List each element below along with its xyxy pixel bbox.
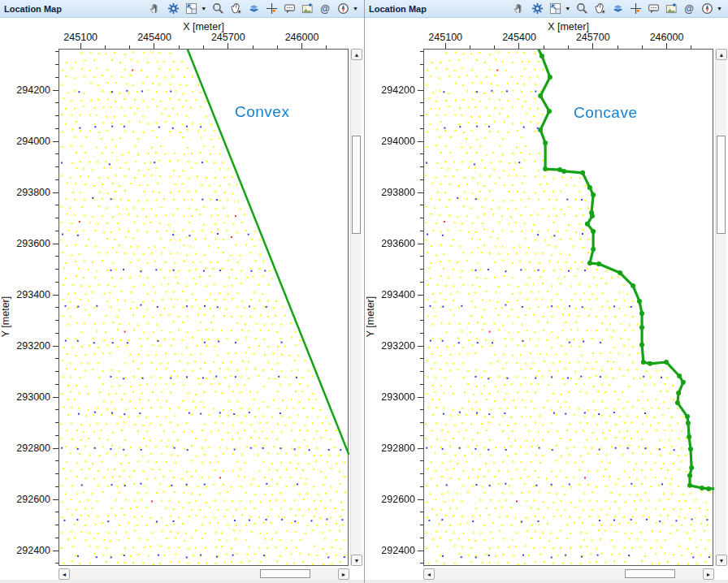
layers-icon[interactable] (247, 2, 260, 15)
select-mouse-icon[interactable] (593, 2, 606, 15)
compass-dropdown-icon[interactable]: ▼ (353, 6, 358, 11)
map-canvas[interactable] (424, 50, 714, 567)
compass-icon[interactable] (336, 2, 349, 15)
y-major-tick (53, 90, 58, 91)
y-tick-label: 293400 (3, 289, 50, 300)
y-minor-tick (55, 231, 58, 231)
y-major-tick (418, 448, 423, 449)
y-minor-tick (55, 320, 58, 321)
y-major-tick (53, 346, 58, 347)
y-tick-label: 292600 (368, 494, 415, 505)
compass-icon[interactable] (700, 2, 713, 15)
scroll-down-button[interactable]: ▼ (351, 555, 362, 566)
zoom-actual-icon[interactable]: @ (682, 2, 696, 15)
y-minor-tick (55, 166, 58, 167)
y-minor-tick (55, 128, 58, 129)
y-tick-label: 293400 (368, 289, 415, 300)
scroll-right-button[interactable]: ► (703, 568, 714, 580)
y-minor-tick (420, 384, 423, 385)
y-tick-label: 293200 (368, 340, 415, 352)
y-minor-tick (420, 166, 423, 167)
x-minor-tick (544, 45, 544, 49)
scroll-up-button[interactable]: ▲ (351, 49, 362, 60)
y-minor-tick (55, 563, 58, 564)
settings-gear-icon[interactable] (531, 2, 544, 15)
y-minor-tick (420, 218, 423, 218)
layers-icon[interactable] (611, 2, 624, 15)
y-minor-tick (55, 205, 58, 205)
y-minor-tick (55, 384, 58, 385)
y-minor-tick (420, 51, 423, 52)
settings-gear-icon[interactable] (167, 2, 180, 15)
y-minor-tick (420, 512, 423, 512)
pan-hand-icon[interactable] (149, 2, 162, 15)
pan-hand-icon[interactable] (513, 2, 526, 15)
horizontal-scrollbar[interactable]: ◄ ► (423, 568, 714, 580)
y-minor-tick (420, 115, 423, 116)
add-image-icon[interactable] (665, 2, 678, 15)
select-mouse-icon[interactable] (229, 2, 242, 15)
x-minor-tick (470, 45, 470, 49)
y-major-tick (53, 397, 58, 398)
x-minor-tick (129, 45, 130, 49)
fit-view-dropdown-icon[interactable]: ▼ (565, 6, 570, 11)
x-minor-tick (277, 45, 278, 49)
fit-view-dropdown-icon[interactable]: ▼ (201, 6, 206, 11)
horizontal-scrollbar[interactable]: ◄ ► (58, 568, 349, 580)
y-minor-tick (420, 256, 423, 257)
y-minor-tick (420, 435, 423, 436)
x-major-tick (592, 43, 593, 49)
x-axis-title: X [meter] (423, 21, 713, 32)
x-minor-tick (691, 45, 691, 49)
add-image-icon[interactable] (301, 2, 314, 15)
x-major-tick (666, 43, 667, 49)
x-minor-tick (618, 45, 618, 49)
x-tick-label: 245100 (52, 32, 109, 43)
scroll-down-button[interactable]: ▼ (716, 555, 727, 566)
y-major-tick (53, 448, 58, 449)
y-minor-tick (55, 102, 58, 103)
scroll-up-button[interactable]: ▲ (716, 49, 727, 60)
vertical-scrollbar[interactable]: ▲ ▼ (350, 49, 362, 566)
y-minor-tick (55, 307, 58, 308)
horizontal-scroll-thumb[interactable] (260, 569, 310, 578)
comment-icon[interactable] (283, 2, 296, 15)
y-major-tick (53, 141, 58, 142)
y-minor-tick (420, 538, 423, 538)
horizontal-scroll-thumb[interactable] (625, 569, 675, 578)
zoom-actual-icon[interactable]: @ (318, 2, 332, 15)
y-minor-tick (55, 371, 58, 372)
y-major-tick (53, 551, 58, 551)
fit-view-icon[interactable] (548, 2, 561, 15)
zoom-magnifier-icon[interactable] (575, 2, 588, 15)
zoom-magnifier-icon[interactable] (211, 2, 224, 15)
y-minor-tick (55, 525, 58, 525)
x-minor-tick (642, 45, 643, 49)
map-canvas[interactable] (59, 50, 349, 567)
scroll-left-button[interactable]: ◄ (423, 568, 435, 580)
crosshair-icon[interactable] (629, 2, 642, 15)
y-minor-tick (55, 435, 58, 436)
fit-view-icon[interactable] (184, 2, 197, 15)
y-minor-tick (55, 409, 58, 410)
x-major-tick (445, 43, 446, 49)
y-minor-tick (420, 128, 423, 129)
y-minor-tick (55, 115, 58, 116)
comment-icon[interactable] (647, 2, 660, 15)
crosshair-icon[interactable] (265, 2, 278, 15)
y-major-tick (418, 192, 423, 193)
vertical-scrollbar[interactable]: ▲ ▼ (715, 49, 726, 566)
y-minor-tick (420, 460, 423, 461)
vertical-scroll-thumb[interactable] (352, 136, 361, 234)
compass-dropdown-icon[interactable]: ▼ (717, 6, 722, 11)
hull-type-label: Concave (574, 104, 638, 122)
vertical-scroll-thumb[interactable] (717, 136, 726, 234)
y-minor-tick (420, 422, 423, 423)
y-minor-tick (55, 538, 58, 538)
scroll-left-button[interactable]: ◄ (58, 568, 70, 580)
y-tick-label: 293000 (3, 391, 50, 403)
y-minor-tick (420, 307, 423, 308)
y-minor-tick (420, 102, 423, 103)
scroll-right-button[interactable]: ► (338, 568, 349, 580)
window-bottom-edge (365, 580, 728, 583)
